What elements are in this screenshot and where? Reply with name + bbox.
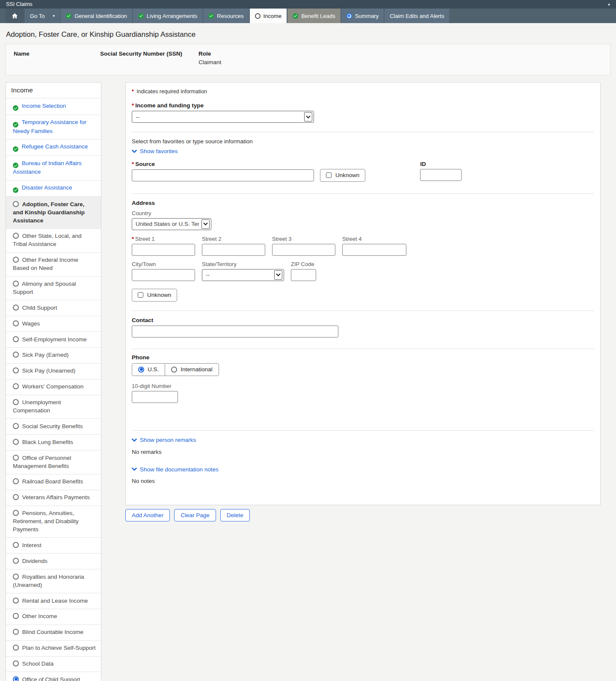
divider (132, 430, 594, 431)
radio-icon (13, 201, 19, 207)
sidebar-item-plan-to-achieve-self-support[interactable]: Plan to Achieve Self-Support (6, 640, 101, 656)
radio-icon (13, 598, 19, 604)
chevron-down-icon (201, 219, 210, 229)
sidebar-item-other-state-local-and-tribal-assistance[interactable]: Other State, Local, and Tribal Assistanc… (6, 228, 101, 252)
phone-type-toggle: U.S. International (132, 363, 219, 376)
show-notes-link[interactable]: Show file documentation notes (132, 466, 219, 473)
city-input[interactable] (132, 269, 195, 281)
radio-selected-icon (138, 367, 144, 373)
show-favorites-link[interactable]: Show favorites (132, 148, 178, 154)
state-select[interactable]: -- (202, 269, 284, 281)
sidebar-item-temporary-assistance-for-needy-families[interactable]: Temporary Assistance for Needy Families (6, 115, 101, 139)
sidebar-item-veterans-affairs-payments[interactable]: Veterans Affairs Payments (6, 490, 101, 506)
sidebar-item-black-lung-benefits[interactable]: Black Lung Benefits (6, 434, 101, 450)
sidebar-item-office-of-child-support-enforcement-data[interactable]: Office of Child Support Enforcement Data (6, 672, 101, 681)
sidebar-item-sick-pay-earned[interactable]: Sick Pay (Earned) (6, 347, 101, 363)
phone-heading: Phone (132, 354, 594, 361)
street3-input[interactable] (272, 244, 335, 256)
chevron-down-icon: ▾ (53, 14, 55, 18)
menu-caret-icon[interactable]: ▾ (608, 2, 610, 7)
nav-tab-resources[interactable]: Resources (203, 9, 249, 23)
address-unknown-button[interactable]: Unknown (132, 289, 177, 302)
sidebar-item-railroad-board-benefits[interactable]: Railroad Board Benefits (6, 474, 101, 490)
divider (132, 132, 594, 132)
radio-icon (13, 558, 19, 564)
check-icon (13, 187, 18, 193)
source-label: *Source (132, 161, 365, 167)
sidebar-item-school-data[interactable]: School Data (6, 656, 101, 672)
street4-label: Street 4 (342, 236, 406, 242)
zip-input[interactable] (291, 269, 316, 281)
sidebar-item-refugee-cash-assistance[interactable]: Refugee Cash Assistance (6, 139, 101, 156)
sidebar-item-pensions-annuities-retirement-and-disability-pay[interactable]: Pensions, Annuities, Retirement, and Dis… (6, 506, 101, 538)
nav-tab-benefit-leads[interactable]: Benefit Leads (287, 9, 341, 23)
street3-label: Street 3 (272, 236, 335, 242)
source-input[interactable] (132, 169, 314, 181)
radio-icon (13, 233, 19, 239)
add-another-button[interactable]: Add Another (125, 509, 170, 521)
name-label: Name (14, 50, 100, 57)
clear-page-button[interactable]: Clear Page (174, 509, 216, 521)
radio-icon (13, 336, 19, 342)
radio-icon (13, 383, 19, 389)
nav-tab-living-arrangements[interactable]: Living Arrangements (133, 9, 203, 23)
sidebar-item-blind-countable-income[interactable]: Blind Countable Income (6, 625, 101, 640)
nav-tab-general-identification[interactable]: General Identification (61, 9, 132, 23)
radio-icon (13, 455, 19, 461)
delete-button[interactable]: Delete (220, 509, 250, 521)
radio-icon (13, 542, 19, 548)
sidebar-item-other-income[interactable]: Other Income (6, 609, 101, 625)
phone-international-option[interactable]: International (165, 364, 218, 376)
phone-number-input[interactable] (132, 391, 178, 403)
favorites-hint: Select from favorites or type source inf… (132, 138, 594, 145)
country-select[interactable]: United States or U.S. Territory (132, 218, 211, 230)
divider (132, 349, 594, 349)
nav-tab-summary[interactable]: Summary (341, 9, 384, 23)
nav-tab-claim-edits-and-alerts[interactable]: Claim Edits and Alerts (385, 9, 449, 23)
sidebar-item-income-selection[interactable]: Income Selection (6, 98, 101, 115)
sidebar-item-self-employment-income[interactable]: Self-Employment Income (6, 332, 101, 347)
radio-icon (13, 660, 19, 666)
street1-input[interactable] (132, 244, 195, 256)
contact-input[interactable] (132, 326, 338, 338)
check-icon (13, 122, 18, 127)
street4-input[interactable] (342, 244, 406, 256)
sidebar-item-interest[interactable]: Interest (6, 537, 101, 553)
radio-icon (13, 510, 19, 516)
nav-tab-income[interactable]: Income (250, 9, 287, 23)
sidebar-item-office-of-personnel-management-benefits[interactable]: Office of Personnel Management Benefits (6, 450, 101, 474)
id-input[interactable] (420, 169, 462, 181)
sidebar-item-dividends[interactable]: Dividends (6, 553, 101, 569)
sidebar-item-child-support[interactable]: Child Support (6, 300, 101, 316)
nav-tabs: General Identification Living Arrangemen… (61, 9, 449, 23)
street2-input[interactable] (202, 244, 265, 256)
source-unknown-button[interactable]: Unknown (320, 169, 365, 182)
income-type-select[interactable]: -- (132, 111, 314, 123)
remarks-empty-text: No remarks (132, 449, 594, 455)
app-title: SSI Claims (6, 1, 33, 7)
ssn-label: Social Security Number (SSN) (100, 50, 198, 57)
phone-us-option[interactable]: U.S. (132, 364, 165, 376)
sidebar-item-adoption-foster-care-and-kinship-guardianship-as[interactable]: Adoption, Foster Care, and Kinship Guard… (6, 196, 101, 228)
chevron-down-icon (132, 438, 137, 442)
goto-button[interactable]: Go To ▾ (25, 9, 60, 23)
radio-icon (13, 439, 19, 445)
sidebar-item-alimony-and-spousal-support[interactable]: Alimony and Spousal Support (6, 276, 101, 300)
chevron-down-icon (304, 112, 312, 121)
sidebar-item-unemployment-compensation[interactable]: Unemployment Compensation (6, 395, 101, 419)
radio-icon (13, 367, 19, 373)
id-label: ID (420, 161, 462, 167)
sidebar-item-bureau-of-indian-affairs-assistance[interactable]: Bureau of Indian Affairs Assistance (6, 155, 101, 180)
sidebar-item-disaster-assistance[interactable]: Disaster Assistance (6, 180, 101, 197)
sidebar-item-sick-pay-unearned[interactable]: Sick Pay (Unearned) (6, 363, 101, 379)
radio-icon (13, 629, 19, 635)
home-button[interactable] (6, 9, 24, 23)
sidebar-item-social-security-benefits[interactable]: Social Security Benefits (6, 418, 101, 434)
sidebar-item-other-federal-income-based-on-need[interactable]: Other Federal Income Based on Need (6, 252, 101, 276)
sidebar-item-wages[interactable]: Wages (6, 316, 101, 332)
show-remarks-link[interactable]: Show person remarks (132, 437, 196, 443)
sidebar-item-royalties-and-honoraria-unearned[interactable]: Royalties and Honoraria (Unearned) (6, 569, 101, 593)
sidebar-item-workers-compensation[interactable]: Workers' Compensation (6, 379, 101, 395)
sidebar-item-rental-and-lease-income[interactable]: Rental and Lease Income (6, 593, 101, 609)
radio-icon (13, 281, 19, 287)
